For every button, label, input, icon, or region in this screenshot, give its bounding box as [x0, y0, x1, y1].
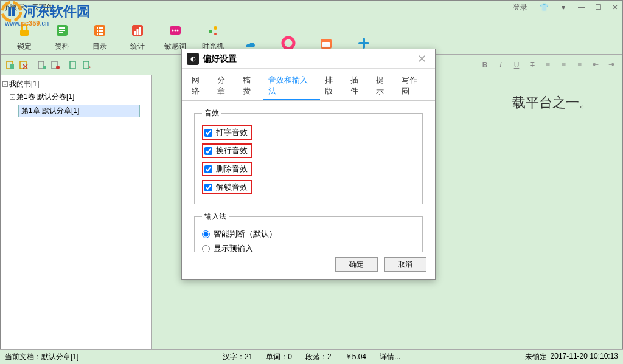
svg-rect-13	[97, 33, 98, 35]
chk-delete-sound[interactable]	[204, 165, 212, 173]
svg-text:×: ×	[89, 64, 91, 69]
login-link[interactable]: 登录	[509, 2, 531, 13]
toolbar-lock[interactable]: 锁定	[12, 22, 37, 52]
minimize-button[interactable]: —	[574, 3, 586, 12]
subtool-3[interactable]	[37, 60, 47, 70]
status-price: ￥5.04	[345, 352, 366, 362]
sound-legend: 音效	[202, 108, 221, 118]
tab-fee[interactable]: 稿费	[238, 72, 263, 100]
svg-rect-7	[59, 32, 63, 33]
toolbar-sensitive[interactable]: 敏感词	[163, 22, 187, 52]
toolbar-stats[interactable]: 统计	[125, 22, 150, 52]
ime-fieldset: 输入法 智能判断（默认） 显示预输入 隐藏预输入	[194, 211, 423, 252]
underline-button[interactable]: U	[511, 60, 522, 70]
tree-root[interactable]: 我的书[1]	[9, 79, 39, 89]
status-detail[interactable]: 详情...	[380, 352, 400, 362]
status-lock: 未锁定	[525, 352, 547, 362]
svg-rect-30	[358, 42, 369, 44]
svg-rect-28	[322, 42, 330, 47]
svg-rect-14	[99, 33, 103, 35]
outdent-button[interactable]: ⇤	[590, 60, 601, 70]
chk-newline-sound[interactable]	[204, 147, 212, 155]
chk-unlock-sound[interactable]	[204, 184, 212, 191]
svg-rect-12	[99, 30, 103, 32]
svg-rect-38	[70, 61, 75, 69]
tab-format[interactable]: 排版	[320, 72, 346, 100]
svg-rect-40	[83, 61, 89, 69]
svg-text:+: +	[75, 64, 78, 69]
svg-rect-10	[99, 27, 103, 29]
align-center-button[interactable]: ≡	[559, 60, 569, 70]
svg-rect-16	[134, 31, 136, 35]
indent-button[interactable]: ⇥	[606, 60, 617, 70]
svg-rect-3	[20, 30, 29, 36]
align-left-button[interactable]: ≡	[543, 60, 554, 70]
svg-rect-11	[97, 30, 98, 32]
svg-point-26	[283, 38, 294, 49]
subtool-4[interactable]	[50, 60, 61, 70]
toolbar-timemachine[interactable]: 时光机	[201, 22, 225, 52]
svg-point-35	[43, 66, 46, 69]
svg-point-24	[209, 30, 212, 33]
tree-chapter-selected[interactable]: 第1章 默认分章[1]	[18, 105, 140, 117]
svg-point-21	[175, 30, 176, 32]
svg-rect-32	[10, 64, 14, 69]
preferences-dialog: ◐ 偏好设置 ✕ 网络 分章 稿费 音效和输入法 排版 插件 提示 写作圈 音效…	[181, 49, 436, 280]
tab-tip[interactable]: 提示	[371, 72, 397, 100]
toolbar-catalog[interactable]: 目录	[88, 22, 112, 52]
tab-circle[interactable]: 写作圈	[397, 72, 430, 100]
svg-point-23	[214, 26, 217, 30]
subtool-1[interactable]	[5, 60, 16, 70]
status-words: 单词：0	[266, 352, 292, 362]
dialog-title: 偏好设置	[203, 53, 237, 64]
dialog-close-button[interactable]: ✕	[414, 52, 430, 66]
status-paras: 段落：2	[305, 352, 332, 362]
svg-point-20	[172, 30, 174, 32]
tab-plugin[interactable]: 插件	[346, 72, 371, 100]
subtool-5[interactable]: +	[68, 60, 79, 70]
italic-button[interactable]: I	[495, 60, 506, 70]
svg-point-25	[214, 33, 217, 35]
subtool-6[interactable]: ×	[82, 60, 92, 70]
svg-rect-18	[139, 27, 141, 35]
radio-ime-auto[interactable]	[202, 230, 210, 238]
subtool-2[interactable]	[18, 60, 29, 70]
status-doc: 当前文档：默认分章[1]	[5, 352, 78, 362]
svg-rect-6	[59, 30, 65, 31]
cancel-button[interactable]: 取消	[384, 257, 426, 272]
bold-button[interactable]: B	[479, 60, 490, 70]
tab-sound-ime[interactable]: 音效和输入法	[263, 72, 321, 100]
svg-rect-17	[137, 29, 139, 35]
tab-chapter[interactable]: 分章	[212, 72, 238, 100]
svg-rect-9	[97, 27, 98, 29]
chk-typing-sound[interactable]	[204, 129, 212, 137]
dropdown-icon[interactable]: ▾	[557, 3, 569, 12]
maximize-button[interactable]: ☐	[591, 3, 604, 12]
shirt-icon[interactable]: 👕	[536, 3, 552, 12]
dialog-tabs: 网络 分章 稿费 音效和输入法 排版 插件 提示 写作圈	[182, 69, 435, 101]
tree-volume[interactable]: 第1卷 默认分卷[1]	[16, 92, 74, 102]
svg-rect-5	[59, 27, 65, 29]
sidebar: -我的书[1] -第1卷 默认分卷[1] 第1章 默认分章[1]	[0, 75, 152, 349]
align-right-button[interactable]: ≡	[574, 60, 585, 70]
title-bar: 小黑屋 云写作 登录 👕 ▾ — ☐ ✕	[0, 0, 623, 15]
app-title: 小黑屋 云写作	[2, 2, 54, 13]
radio-ime-show[interactable]	[202, 245, 210, 253]
ok-button[interactable]: 确定	[335, 257, 378, 272]
status-datetime: 2017-11-20 10:10:13	[551, 352, 618, 362]
close-button[interactable]: ✕	[608, 3, 621, 12]
status-hanzi: 汉字：21	[223, 352, 252, 362]
status-bar: 当前文档：默认分章[1] 汉字：21 单词：0 段落：2 ￥5.04 详情...…	[0, 349, 623, 364]
toolbar-material[interactable]: 资料	[50, 22, 74, 52]
ime-legend: 输入法	[202, 211, 229, 222]
strike-button[interactable]: T	[527, 60, 538, 70]
sound-fieldset: 音效 打字音效 换行音效 删除音效 解锁音效	[194, 108, 423, 204]
dialog-icon: ◐	[187, 53, 199, 65]
tab-network[interactable]: 网络	[187, 72, 212, 100]
svg-point-22	[177, 30, 179, 32]
svg-point-37	[56, 66, 60, 69]
